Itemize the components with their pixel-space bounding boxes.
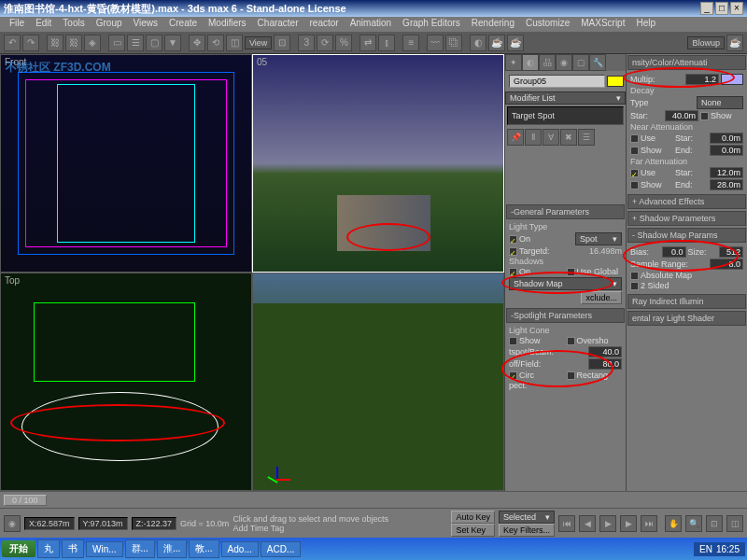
zoom-icon[interactable]: 🔍 — [685, 515, 702, 532]
menu-animation[interactable]: Animation — [345, 17, 397, 32]
multiplier-spinner[interactable] — [685, 74, 719, 85]
task-5[interactable]: 淮... — [157, 539, 187, 558]
close-button[interactable]: × — [730, 2, 743, 15]
x-coord[interactable]: X:62.587m — [24, 517, 75, 530]
create-tab-icon[interactable]: ✦ — [505, 54, 522, 71]
task-7[interactable]: Ado... — [221, 541, 259, 557]
overshoot-checkbox[interactable] — [567, 337, 575, 345]
align-icon[interactable]: ⫿ — [378, 35, 395, 51]
menu-views[interactable]: Views — [128, 17, 164, 32]
use-global-checkbox[interactable] — [567, 268, 575, 276]
general-params-rollout[interactable]: -General Parameters — [506, 204, 625, 219]
menu-reactor[interactable]: reactor — [304, 17, 345, 32]
material-icon[interactable]: ◐ — [470, 35, 486, 51]
angle-snap-icon[interactable]: ⟳ — [317, 35, 333, 51]
play-icon[interactable]: ▶ — [599, 515, 616, 532]
near-show-checkbox[interactable] — [630, 147, 639, 155]
modify-tab-icon[interactable]: ◐ — [522, 54, 539, 71]
time-slider[interactable]: 0 / 100 — [0, 491, 747, 508]
unique-icon[interactable]: ∀ — [543, 129, 559, 146]
pivot-icon[interactable]: ⊡ — [274, 35, 290, 51]
schematic-icon[interactable]: ⿻ — [445, 35, 462, 51]
link-icon[interactable]: ⛓ — [47, 35, 63, 51]
menu-character[interactable]: Character — [252, 17, 304, 32]
autokey-button[interactable]: Auto Key — [451, 511, 495, 524]
menu-file[interactable]: File — [4, 17, 30, 32]
goto-start-icon[interactable]: ⏮ — [558, 515, 575, 532]
light-type-dropdown[interactable]: Spot▾ — [575, 232, 622, 245]
show-result-icon[interactable]: Ⅱ — [525, 129, 542, 146]
setkey-button[interactable]: Set Key — [451, 524, 495, 537]
bind-icon[interactable]: ◈ — [84, 35, 101, 51]
select-name-icon[interactable]: ☰ — [127, 35, 144, 51]
percent-snap-icon[interactable]: % — [335, 35, 352, 51]
near-start-spinner[interactable] — [710, 133, 743, 144]
abs-map-checkbox[interactable] — [630, 272, 639, 280]
rotate-icon[interactable]: ⟲ — [207, 35, 224, 51]
lock-selection-icon[interactable]: ◉ — [4, 515, 21, 532]
targeted-checkbox[interactable] — [509, 247, 517, 256]
menu-tools[interactable]: Tools — [57, 17, 90, 32]
object-name-field[interactable]: Group05 — [509, 75, 605, 88]
size-spinner[interactable] — [719, 246, 743, 258]
ray-illum-rollout[interactable]: Ray Indirect Illumin — [627, 294, 746, 309]
far-end-spinner[interactable] — [710, 179, 743, 190]
maximize-button[interactable]: □ — [715, 2, 728, 15]
shadow-map-params-rollout[interactable]: - Shadow Map Params — [627, 228, 746, 243]
keyfilters-button[interactable]: Key Filters... — [499, 524, 555, 537]
two-sided-checkbox[interactable] — [630, 282, 639, 290]
quick-render-icon[interactable]: ☕ — [507, 35, 524, 51]
layer-icon[interactable]: ≡ — [402, 35, 419, 51]
task-8[interactable]: ACD... — [261, 541, 301, 557]
filter-icon[interactable]: ▼ — [164, 35, 181, 51]
viewport-top[interactable]: Top — [0, 273, 252, 491]
prev-frame-icon[interactable]: ◀ — [579, 515, 596, 532]
render-type-dropdown[interactable]: Blowup — [687, 36, 725, 49]
time-slider-handle[interactable]: 0 / 100 — [4, 495, 47, 506]
decay-show-checkbox[interactable] — [700, 112, 709, 120]
menu-help[interactable]: Help — [630, 17, 661, 32]
menu-grapheditors[interactable]: Graph Editors — [397, 17, 466, 32]
shadow-type-dropdown[interactable]: Shadow Map▾ — [509, 277, 622, 290]
pan-icon[interactable]: ✋ — [665, 515, 682, 532]
utilities-tab-icon[interactable]: 🔧 — [589, 54, 606, 71]
task-3[interactable]: Win... — [86, 541, 123, 557]
scale-icon[interactable]: ◫ — [226, 35, 243, 51]
undo-icon[interactable]: ↶ — [4, 35, 21, 51]
falloff-spinner[interactable] — [588, 358, 622, 370]
menu-customize[interactable]: Customize — [520, 17, 575, 32]
unlink-icon[interactable]: ⛓ — [65, 35, 82, 51]
adv-effects-rollout[interactable]: + Advanced Effects — [627, 194, 746, 209]
next-frame-icon[interactable]: ▶ — [620, 515, 637, 532]
move-icon[interactable]: ✥ — [189, 35, 205, 51]
select-icon[interactable]: ▭ — [108, 35, 125, 51]
menu-rendering[interactable]: Rendering — [466, 17, 520, 32]
motion-tab-icon[interactable]: ◉ — [556, 54, 572, 71]
pin-stack-icon[interactable]: 📌 — [507, 129, 524, 146]
modifier-list-dropdown[interactable]: Modifier List▾ — [505, 91, 626, 105]
start-button[interactable]: 开始 — [2, 540, 35, 557]
y-coord[interactable]: Y:97.013m — [78, 517, 128, 530]
rectangle-radio[interactable] — [567, 371, 575, 380]
menu-edit[interactable]: Edit — [30, 17, 57, 32]
render-icon[interactable]: ☕ — [726, 35, 743, 51]
menu-modifiers[interactable]: Modifiers — [203, 17, 252, 32]
render-scene-icon[interactable]: ☕ — [488, 35, 505, 51]
far-show-checkbox[interactable] — [630, 181, 639, 189]
goto-end-icon[interactable]: ⏭ — [641, 515, 657, 532]
select-region-icon[interactable]: ▢ — [146, 35, 162, 51]
mirror-icon[interactable]: ⇄ — [359, 35, 376, 51]
snap-icon[interactable]: 3 — [298, 35, 315, 51]
near-end-spinner[interactable] — [710, 145, 743, 156]
viewport-camera-lower[interactable] — [252, 273, 504, 491]
exclude-button[interactable]: xclude... — [581, 291, 622, 304]
configure-icon[interactable]: ☰ — [578, 129, 595, 146]
shadows-on-checkbox[interactable] — [509, 268, 517, 276]
task-2[interactable]: 书 — [62, 539, 84, 558]
decay-start-spinner[interactable] — [665, 110, 698, 121]
menu-create[interactable]: Create — [163, 17, 203, 32]
shadow-params-rollout[interactable]: + Shadow Parameters — [627, 211, 746, 226]
refcoord-dropdown[interactable]: View — [245, 36, 272, 49]
far-use-checkbox[interactable] — [630, 169, 639, 177]
spotlight-params-rollout[interactable]: -Spotlight Parameters — [506, 308, 625, 323]
